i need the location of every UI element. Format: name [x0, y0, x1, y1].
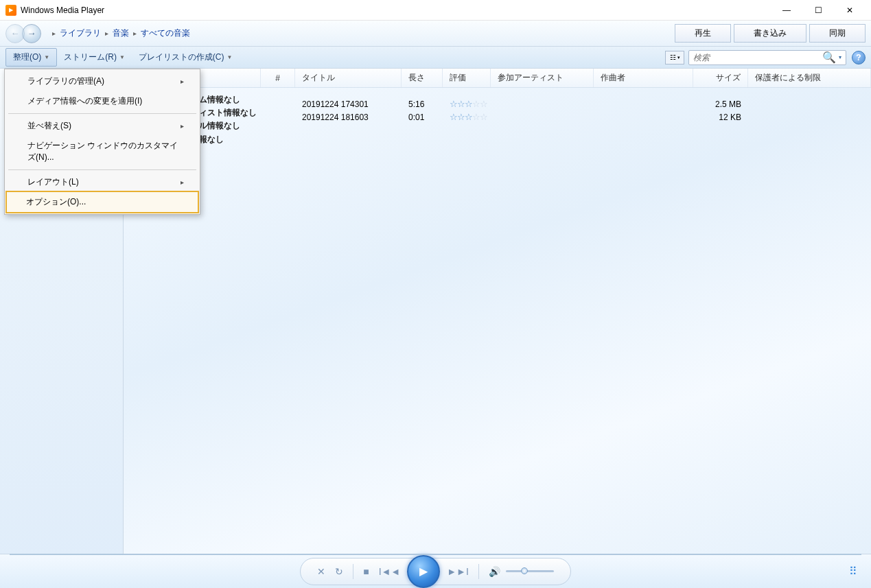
column-size[interactable]: サイズ: [693, 69, 748, 87]
menu-separator: [8, 113, 196, 114]
close-button[interactable]: ✕: [834, 0, 866, 21]
column-headers: アルバム # タイトル 長さ 評価 参加アーティスト 作曲者 サイズ 保護者によ…: [124, 69, 871, 88]
track-title: 20191224 181603: [295, 113, 402, 122]
chevron-right-icon: ▸: [181, 78, 184, 85]
breadcrumb-item[interactable]: 音楽: [113, 27, 129, 39]
search-icon[interactable]: 🔍: [822, 51, 836, 64]
toolbar: 整理(O)▼ ストリーム(R)▼ プレイリストの作成(C)▼ ☷ ▾ 🔍 ▾ ?: [0, 47, 871, 69]
track-rating[interactable]: ☆☆☆☆☆: [443, 99, 491, 109]
menu-customize-nav[interactable]: ナビゲーション ウィンドウのカスタマイズ(N)...: [7, 136, 198, 167]
breadcrumb-item[interactable]: ライブラリ: [60, 27, 101, 39]
play-button[interactable]: ▶: [407, 555, 440, 588]
menu-options[interactable]: オプション(O)...: [5, 191, 199, 213]
shuffle-button[interactable]: ✕: [317, 566, 325, 577]
organize-dropdown-menu: ライブラリの管理(A)▸ メディア情報への変更を適用(I) 並べ替え(S)▸ ナ…: [4, 69, 200, 215]
track-size: 2.5 MB: [693, 99, 748, 109]
previous-button[interactable]: I◄◄: [379, 566, 401, 577]
menu-manage-libraries[interactable]: ライブラリの管理(A)▸: [7, 71, 198, 91]
titlebar: Windows Media Player — ☐ ✕: [0, 0, 871, 21]
search-box[interactable]: 🔍 ▾: [688, 50, 846, 65]
menu-separator: [8, 169, 196, 170]
breadcrumb-item[interactable]: すべての音楽: [141, 27, 190, 39]
play-tab[interactable]: 再生: [675, 24, 731, 43]
track-row[interactable]: 20191224 174301 5:16 ☆☆☆☆☆ 2.5 MB: [261, 97, 871, 110]
app-title: Windows Media Player: [21, 5, 771, 15]
track-length: 5:16: [402, 99, 443, 109]
album-line: ィスト情報なし: [199, 106, 261, 119]
menu-apply-media-info[interactable]: メディア情報への変更を適用(I): [7, 91, 198, 111]
column-title[interactable]: タイトル: [295, 69, 402, 87]
sync-tab[interactable]: 同期: [809, 24, 866, 43]
column-number[interactable]: #: [261, 69, 295, 87]
search-dropdown-icon[interactable]: ▾: [839, 54, 841, 60]
menu-sort[interactable]: 並べ替え(S)▸: [7, 116, 198, 136]
mute-button[interactable]: 🔊: [489, 566, 500, 577]
chevron-right-icon: ▸: [181, 122, 184, 130]
chevron-right-icon: ▸: [181, 178, 184, 186]
playback-controls: ✕ ↻ ■ I◄◄ ▶ ►►I 🔊: [300, 558, 571, 585]
organize-menu-button[interactable]: 整理(O)▼: [5, 48, 57, 67]
menu-layout[interactable]: レイアウト(L)▸: [7, 172, 198, 192]
stream-menu-button[interactable]: ストリーム(R)▼: [57, 49, 132, 66]
seek-bar[interactable]: [10, 554, 861, 555]
navbar: ← → ▸ ライブラリ ▸ 音楽 ▸ すべての音楽 再生 書き込み 同期: [0, 21, 871, 47]
album-line: ム情報なし: [199, 93, 261, 106]
track-length: 0:01: [402, 113, 443, 122]
volume-thumb[interactable]: [521, 567, 528, 574]
maximize-button[interactable]: ☐: [802, 0, 834, 21]
search-input[interactable]: [693, 53, 822, 62]
minimize-button[interactable]: —: [771, 0, 802, 21]
album-line: 報なし: [199, 133, 261, 146]
view-options-button[interactable]: ☷ ▾: [665, 51, 684, 64]
help-button[interactable]: ?: [852, 51, 866, 64]
column-composer[interactable]: 作曲者: [594, 69, 693, 87]
column-artist[interactable]: 参加アーティスト: [491, 69, 594, 87]
switch-view-button[interactable]: ⠿: [849, 565, 857, 578]
track-rating[interactable]: ☆☆☆☆☆: [443, 112, 491, 122]
stop-button[interactable]: ■: [363, 566, 369, 577]
track-title: 20191224 174301: [295, 99, 402, 109]
album-line: ル情報なし: [199, 119, 261, 132]
create-playlist-button[interactable]: プレイリストの作成(C)▼: [132, 49, 240, 66]
column-parental[interactable]: 保護者による制限: [748, 69, 871, 87]
repeat-button[interactable]: ↻: [335, 566, 343, 577]
burn-tab[interactable]: 書き込み: [734, 24, 806, 43]
playback-bar: ✕ ↻ ■ I◄◄ ▶ ►►I 🔊 ⠿: [0, 554, 871, 588]
breadcrumb[interactable]: ▸ ライブラリ ▸ 音楽 ▸ すべての音楽: [48, 27, 190, 39]
track-row[interactable]: 20191224 181603 0:01 ☆☆☆☆☆ 12 KB: [261, 110, 871, 124]
forward-button[interactable]: →: [22, 24, 41, 43]
back-button[interactable]: ←: [5, 24, 25, 43]
app-icon: [5, 5, 16, 16]
column-rating[interactable]: 評価: [443, 69, 491, 87]
track-size: 12 KB: [693, 113, 748, 122]
next-button[interactable]: ►►I: [447, 566, 469, 577]
column-length[interactable]: 長さ: [402, 69, 443, 87]
content-area: アルバム # タイトル 長さ 評価 参加アーティスト 作曲者 サイズ 保護者によ…: [124, 69, 871, 565]
volume-slider[interactable]: [506, 570, 554, 572]
